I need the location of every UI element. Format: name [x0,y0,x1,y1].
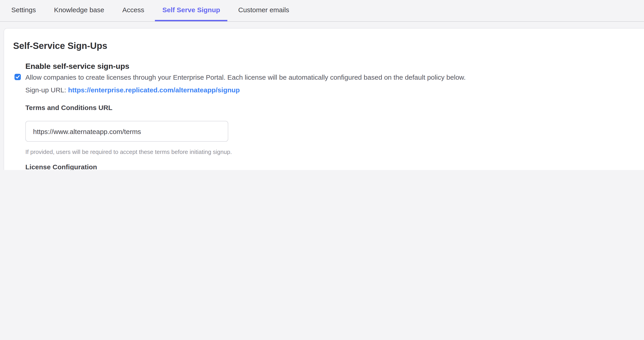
signup-url-link[interactable]: https://enterprise.replicated.com/altern… [68,86,240,94]
tab-bar: Settings Knowledge base Access Self Serv… [0,0,644,22]
tab-self-serve-signup[interactable]: Self Serve Signup [155,0,227,21]
enable-signups-checkbox[interactable] [14,74,21,80]
tab-customer-emails[interactable]: Customer emails [231,0,296,21]
tab-access[interactable]: Access [115,0,152,21]
enable-signups-description: Allow companies to create licenses throu… [25,73,466,82]
terms-url-label: Terms and Conditions URL [25,103,644,112]
settings-page: Settings Knowledge base Access Self Serv… [0,0,644,170]
check-icon [16,75,20,79]
self-service-signups-card: Self-Service Sign-Ups Enable self-servic… [4,28,644,170]
terms-url-input[interactable] [25,121,228,142]
enable-section: Enable self-service sign-ups [25,62,644,72]
tab-knowledge-base[interactable]: Knowledge base [47,0,112,21]
signup-url-line: Sign-up URL: https://enterprise.replicat… [25,86,644,94]
tab-settings[interactable]: Settings [4,0,43,21]
license-configuration-heading: License Configuration [25,162,644,170]
enable-signups-row: Allow companies to create licenses throu… [14,73,644,82]
page-title: Self-Service Sign-Ups [13,40,644,52]
terms-url-helper: If provided, users will be required to a… [25,148,644,156]
enable-signups-heading: Enable self-service sign-ups [25,62,644,72]
signup-url-label: Sign-up URL: [25,86,68,94]
